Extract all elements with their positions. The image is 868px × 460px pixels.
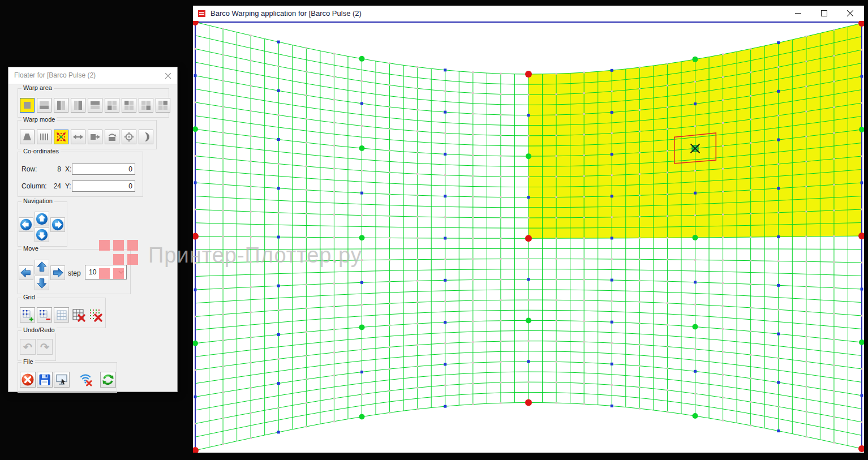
quad-bottom-right-icon bbox=[141, 100, 151, 110]
file-close-button[interactable] bbox=[20, 372, 36, 388]
column-label: Column: bbox=[22, 182, 47, 190]
undo-icon: ↶ bbox=[23, 342, 32, 352]
warp-mode-label: Warp mode bbox=[22, 116, 57, 123]
main-titlebar: Barco Warping application for [Barco Pul… bbox=[193, 6, 864, 21]
floater-title: Floater for [Barco Pulse (2) bbox=[14, 67, 96, 84]
warp-area-button-quad-br[interactable] bbox=[139, 98, 153, 113]
desktop: { "main_window": { "title": "Barco Warpi… bbox=[0, 0, 868, 460]
warp-mode-button-center[interactable] bbox=[122, 130, 136, 144]
warp-area-button-split-v-left[interactable] bbox=[54, 98, 68, 113]
row-value: 8 bbox=[46, 165, 61, 173]
navigation-group: Navigation bbox=[18, 201, 67, 247]
selected-point-marker bbox=[691, 144, 700, 153]
wifi-disconnect-icon bbox=[78, 372, 93, 387]
warp-mode-button-curve[interactable] bbox=[139, 130, 153, 144]
nav-down-button[interactable] bbox=[35, 227, 49, 242]
step-dropdown[interactable]: 10 bbox=[85, 265, 127, 280]
grid-points-icon bbox=[55, 131, 67, 143]
redo-button[interactable]: ↷ bbox=[37, 339, 53, 355]
nav-left-button[interactable] bbox=[19, 217, 33, 232]
full-area-icon bbox=[22, 100, 32, 110]
warp-mode-group: Warp mode bbox=[18, 120, 157, 149]
grid-show-button[interactable] bbox=[54, 307, 69, 323]
warp-area-label: Warp area bbox=[22, 84, 54, 91]
move-down-button[interactable] bbox=[35, 276, 49, 290]
save-icon bbox=[38, 373, 51, 386]
file-save-button[interactable] bbox=[37, 372, 53, 388]
warp-area-button-split-h-top[interactable] bbox=[88, 98, 102, 113]
move-up-button[interactable] bbox=[35, 260, 49, 274]
x-label: X: bbox=[65, 165, 71, 173]
warp-mode-button-h-stretch[interactable] bbox=[71, 130, 85, 144]
quad-top-left-icon bbox=[124, 100, 134, 110]
file-group: File bbox=[18, 362, 117, 393]
edge-shift-icon bbox=[89, 131, 101, 143]
floater-close-button[interactable] bbox=[164, 71, 173, 80]
navigation-label: Navigation bbox=[22, 197, 54, 204]
file-disconnect-button[interactable] bbox=[78, 372, 93, 388]
app-logo-icon bbox=[198, 10, 206, 18]
grid-add-points-button[interactable] bbox=[20, 307, 35, 323]
close-button[interactable] bbox=[837, 6, 863, 21]
window-controls bbox=[785, 6, 863, 21]
show-grid-icon bbox=[55, 309, 68, 321]
minimize-button[interactable] bbox=[785, 6, 811, 21]
x-input[interactable] bbox=[72, 164, 135, 175]
quad-bottom-left-icon bbox=[107, 100, 117, 110]
warp-area-button-quad-tr[interactable] bbox=[156, 98, 170, 113]
move-right-button[interactable] bbox=[50, 265, 65, 280]
warp-mode-button-arc[interactable] bbox=[105, 130, 119, 144]
grid-delete-points-button[interactable] bbox=[88, 307, 103, 323]
redo-icon: ↷ bbox=[40, 342, 49, 352]
display-icon bbox=[55, 373, 68, 386]
close-red-icon bbox=[21, 373, 35, 386]
move-left-button[interactable] bbox=[19, 265, 33, 280]
keystone-icon bbox=[22, 131, 33, 143]
grid-remove-points-button[interactable] bbox=[37, 307, 52, 323]
warp-mode-button-keystone[interactable] bbox=[20, 130, 35, 144]
undo-redo-label: Undo/Redo bbox=[22, 326, 57, 333]
y-input[interactable] bbox=[72, 180, 135, 192]
maximize-button[interactable] bbox=[811, 6, 837, 21]
grid-delete-button[interactable] bbox=[71, 307, 86, 323]
warp-mode-button-edge-shift[interactable] bbox=[88, 130, 102, 144]
file-refresh-button[interactable] bbox=[100, 372, 116, 388]
horizontal-stretch-icon bbox=[72, 131, 84, 143]
grid-label: Grid bbox=[22, 294, 37, 300]
warp-area-button-quad-tl[interactable] bbox=[122, 98, 136, 113]
floater-titlebar: Floater for [Barco Pulse (2) bbox=[8, 67, 177, 84]
nav-down-icon bbox=[35, 228, 49, 242]
coordinates-group: Co-ordinates Row: 8 X: Column: 24 Y: bbox=[18, 152, 143, 197]
nav-right-button[interactable] bbox=[50, 217, 65, 232]
file-label: File bbox=[22, 358, 35, 365]
main-window: Barco Warping application for [Barco Pul… bbox=[193, 6, 864, 453]
move-up-icon bbox=[35, 260, 49, 274]
remove-points-icon bbox=[38, 309, 51, 321]
column-coordinate: Column: 24 Y: bbox=[22, 180, 140, 192]
nav-right-icon bbox=[51, 218, 65, 231]
warp-mode-button-grid-points[interactable] bbox=[54, 130, 68, 144]
step-label: step bbox=[68, 269, 81, 277]
window-title: Barco Warping application for [Barco Pul… bbox=[210, 6, 362, 21]
move-down-icon bbox=[35, 276, 49, 290]
linearity-icon bbox=[38, 131, 50, 143]
row-coordinate: Row: 8 X: bbox=[22, 164, 140, 175]
close-icon bbox=[165, 73, 171, 79]
warp-area-button-split-h[interactable] bbox=[37, 98, 51, 113]
warp-area-button-full[interactable] bbox=[20, 98, 35, 113]
split-horizontal-top-icon bbox=[90, 100, 100, 110]
refresh-icon bbox=[101, 373, 115, 386]
file-display-button[interactable] bbox=[54, 372, 70, 388]
curve-icon bbox=[140, 131, 152, 143]
warp-area-button-split-v-right[interactable] bbox=[71, 98, 85, 113]
warp-mode-button-linearity[interactable] bbox=[37, 130, 51, 144]
delete-grid-icon bbox=[72, 308, 85, 322]
move-left-icon bbox=[19, 266, 33, 280]
undo-button[interactable]: ↶ bbox=[20, 339, 36, 355]
close-icon bbox=[847, 10, 853, 16]
undo-redo-group: Undo/Redo ↶ ↷ bbox=[18, 330, 56, 361]
move-right-icon bbox=[51, 266, 65, 280]
warp-canvas[interactable] bbox=[193, 6, 864, 453]
warp-area-button-quad-bl[interactable] bbox=[105, 98, 119, 113]
nav-up-button[interactable] bbox=[35, 212, 49, 226]
